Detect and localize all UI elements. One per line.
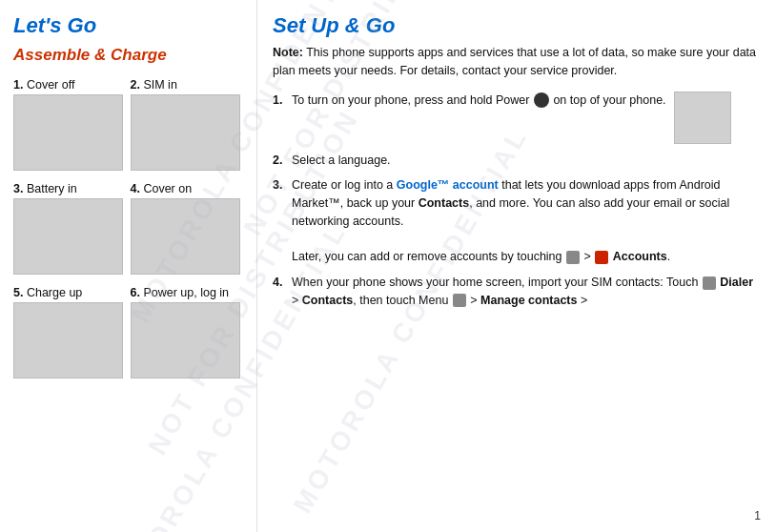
step2-content: Select a language. — [292, 152, 761, 170]
step-2-image — [131, 94, 240, 171]
grid-cell-4: 4. Cover on — [131, 178, 248, 282]
image-grid: 1. Cover off 2. SIM in 3. Battery in 4. … — [13, 74, 247, 386]
assemble-charge-title: Assemble & Charge — [13, 46, 247, 65]
dialer-icon — [703, 276, 716, 290]
step-6-label: 6. Power up, log in — [131, 286, 244, 299]
setup-step-4: 4. When your phone shows your home scree… — [273, 274, 761, 310]
menu-icon — [453, 294, 466, 307]
grid-cell-6: 6. Power up, log in — [131, 282, 248, 386]
step-4-label: 4. Cover on — [131, 182, 244, 195]
grid-cell-2: 2. SIM in — [131, 74, 248, 178]
note-body: This phone supports apps and services th… — [273, 46, 756, 77]
step3-content: Create or log into a Google™ account tha… — [292, 176, 761, 266]
setup-step-3: 3. Create or log into a Google™ account … — [273, 176, 761, 266]
setup-steps: 1. To turn on your phone, press and hold… — [273, 92, 761, 310]
power-icon — [534, 92, 549, 108]
step-1-image — [13, 94, 123, 171]
step-5-label: 5. Charge up — [13, 286, 127, 299]
step-4-image — [131, 198, 240, 275]
grid-cell-1: 1. Cover off — [13, 74, 131, 178]
contacts-bold-2: Contacts — [302, 294, 353, 307]
setup-step-2: 2. Select a language. — [273, 152, 761, 170]
setup-step-1: 1. To turn on your phone, press and hold… — [273, 92, 761, 144]
accounts-bold: Accounts — [613, 250, 667, 263]
left-page-title: Let's Go — [13, 13, 247, 38]
step1-phone-image — [674, 92, 731, 144]
step-2-label: 2. SIM in — [131, 78, 244, 92]
step-1-label: 1. Cover off — [13, 78, 127, 92]
accounts-icon — [595, 251, 608, 264]
right-page-title: Set Up & Go — [273, 13, 761, 38]
step-6-image — [131, 302, 240, 379]
step4-content: When your phone shows your home screen, … — [292, 274, 761, 310]
step-5-image — [13, 302, 123, 379]
right-panel: Set Up & Go Note: This phone supports ap… — [257, 0, 776, 532]
page-number: 1 — [754, 509, 761, 522]
manage-contacts-bold: Manage contacts — [480, 294, 577, 307]
step-3-label: 3. Battery in — [13, 182, 127, 195]
grid-cell-5: 5. Charge up — [13, 282, 131, 386]
step-3-image — [13, 198, 123, 275]
note-paragraph: Note: This phone supports apps and servi… — [273, 44, 761, 80]
left-panel: Let's Go Assemble & Charge 1. Cover off … — [0, 0, 257, 532]
dialer-bold: Dialer — [720, 276, 753, 289]
grid-cell-3: 3. Battery in — [13, 178, 131, 282]
google-account-link[interactable]: Google™ account — [397, 178, 499, 192]
settings-icon — [566, 251, 580, 264]
contacts-bold: Contacts — [419, 196, 469, 210]
step1-content: To turn on your phone, press and hold Po… — [292, 92, 761, 144]
note-label: Note: — [273, 46, 303, 59]
